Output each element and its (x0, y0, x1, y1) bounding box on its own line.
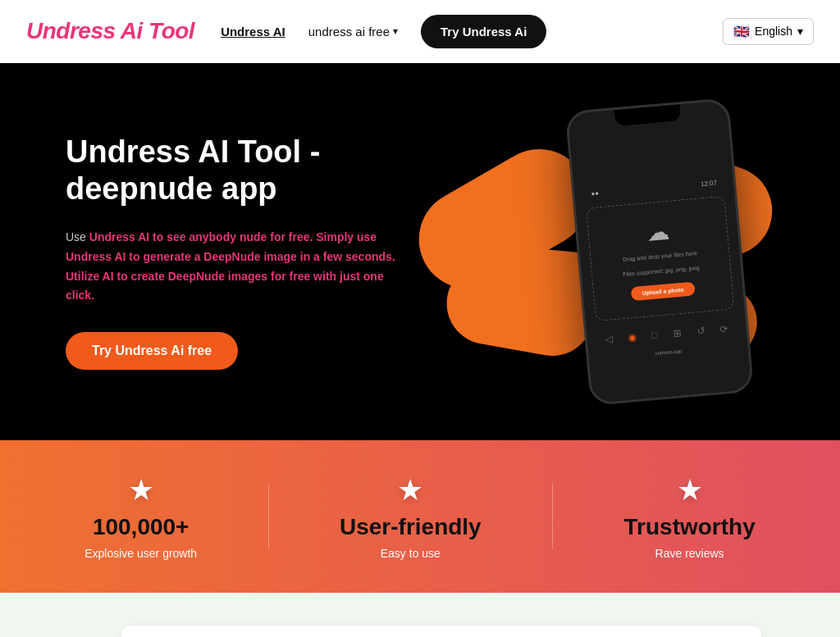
language-selector[interactable]: 🇬🇧 English ▾ (723, 18, 814, 45)
chevron-down-icon: ▾ (797, 25, 803, 38)
stat-divider-2 (552, 484, 553, 549)
stat-item-users: ★ 100,000+ Explosive user growth (84, 473, 197, 560)
nav-undress-ai[interactable]: Undress AI (221, 25, 285, 39)
phone-upload-button[interactable]: Upload a photo (630, 282, 696, 302)
stat-label-users: Explosive user growth (84, 547, 197, 560)
flag-icon: 🇬🇧 (733, 24, 750, 39)
site-logo[interactable]: Undress Ai Tool (26, 18, 194, 44)
details-card: Details The first Deepnude APP Price: Fr… (121, 626, 761, 637)
phone-bottom-bar: ◁ ◉ □ ⊞ ↺ ⟳ (596, 316, 737, 353)
hero-cta-button[interactable]: Try Undress Ai free (66, 332, 238, 370)
stat-item-trustworthy: ★ Trustworthy Rave reviews (624, 473, 756, 560)
hero-link[interactable]: Undress AI (89, 230, 149, 243)
stat-value-trustworthy: Trustworthy (624, 514, 756, 540)
stat-item-friendly: ★ User-friendly Easy to use (340, 473, 482, 560)
hero-heading: Undress AI Tool - deepnude app (66, 134, 410, 208)
phone-screen: ●● 12:07 ☁ Drag and drop your files here… (569, 116, 753, 406)
phone-drag-drop-text: Drag and drop your files here (623, 249, 697, 264)
main-nav: Undress AI undress ai free Try Undress A… (221, 15, 696, 48)
hero-section: Undress AI Tool - deepnude app Use Undre… (0, 63, 840, 440)
phone-status-left: ●● (591, 189, 599, 198)
phone-url-bar: undress.app (655, 348, 682, 356)
stats-section: ★ 100,000+ Explosive user growth ★ User-… (0, 440, 840, 593)
stat-label-trustworthy: Rave reviews (655, 547, 724, 560)
site-header: Undress Ai Tool Undress AI undress ai fr… (0, 0, 840, 63)
stat-divider-1 (268, 484, 269, 549)
phone-icon-2: ◉ (628, 331, 637, 344)
nav-undress-ai-free[interactable]: undress ai free (308, 25, 398, 39)
phone-status-right: 12:07 (701, 179, 718, 188)
star-icon-2: ★ (397, 473, 423, 507)
phone-icon-3: □ (651, 330, 658, 342)
phone-mockup: ●● 12:07 ☁ Drag and drop your files here… (565, 98, 755, 406)
nav-try-button[interactable]: Try Undress Ai (421, 15, 546, 48)
stat-value-users: 100,000+ (93, 514, 189, 540)
star-icon-3: ★ (677, 473, 703, 507)
hero-text-block: Undress AI Tool - deepnude app Use Undre… (66, 134, 410, 370)
language-label: English (755, 25, 792, 38)
phone-upload-area: ☁ Drag and drop your files here Files su… (586, 196, 735, 322)
phone-icon-6: ⟳ (719, 323, 728, 335)
hero-body: Use Undress AI to see anybody nude for f… (66, 228, 410, 306)
details-section: 📣 Details The first Deepnude APP Price: … (0, 593, 840, 637)
stat-value-friendly: User-friendly (340, 514, 482, 540)
stat-label-friendly: Easy to use (381, 547, 441, 560)
phone-icon-4: ⊞ (673, 327, 682, 339)
cloud-upload-icon: ☁ (646, 218, 671, 247)
phone-icon-1: ◁ (605, 334, 613, 346)
phone-icon-5: ↺ (696, 325, 705, 338)
star-icon-1: ★ (128, 473, 154, 507)
phone-supported-text: Files supported: jpg, png, jpeg (623, 263, 700, 278)
